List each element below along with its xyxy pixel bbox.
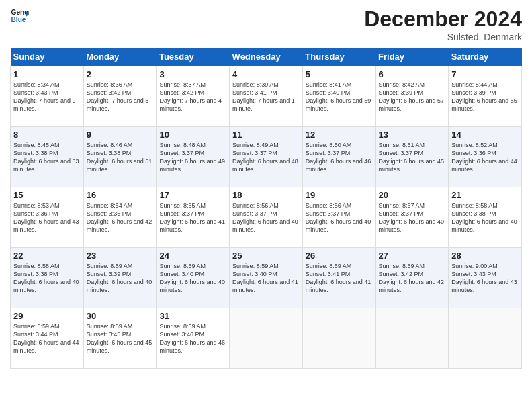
- day-number: 31: [159, 311, 226, 321]
- table-row: 2 Sunrise: 8:36 AMSunset: 3:42 PMDayligh…: [83, 66, 157, 127]
- cell-content: Sunrise: 8:56 AMSunset: 3:37 PMDaylight:…: [306, 201, 373, 234]
- col-tuesday: Tuesday: [157, 48, 230, 66]
- col-thursday: Thursday: [302, 48, 375, 66]
- table-row: [449, 308, 522, 369]
- header-row: Sunday Monday Tuesday Wednesday Thursday…: [11, 48, 522, 66]
- cell-content: Sunrise: 8:52 AMSunset: 3:36 PMDaylight:…: [451, 141, 519, 174]
- table-row: 14 Sunrise: 8:52 AMSunset: 3:36 PMDaylig…: [449, 127, 522, 187]
- day-number: 19: [306, 190, 373, 200]
- cell-content: Sunrise: 8:59 AMSunset: 3:39 PMDaylight:…: [87, 262, 154, 295]
- table-row: 12 Sunrise: 8:50 AMSunset: 3:37 PMDaylig…: [302, 127, 375, 187]
- cell-content: Sunrise: 8:48 AMSunset: 3:37 PMDaylight:…: [159, 141, 226, 174]
- table-row: 8 Sunrise: 8:45 AMSunset: 3:38 PMDayligh…: [11, 127, 84, 187]
- cell-content: Sunrise: 8:37 AMSunset: 3:42 PMDaylight:…: [159, 81, 226, 113]
- table-row: 16 Sunrise: 8:54 AMSunset: 3:36 PMDaylig…: [83, 187, 157, 248]
- table-row: 24 Sunrise: 8:59 AMSunset: 3:40 PMDaylig…: [157, 248, 230, 308]
- day-number: 24: [159, 250, 226, 261]
- day-number: 22: [13, 250, 81, 261]
- day-number: 29: [13, 311, 81, 321]
- table-row: [302, 308, 375, 369]
- day-number: 11: [232, 130, 300, 140]
- cell-content: Sunrise: 8:59 AMSunset: 3:45 PMDaylight:…: [87, 322, 154, 355]
- cell-content: Sunrise: 8:59 AMSunset: 3:40 PMDaylight:…: [159, 262, 226, 295]
- cell-content: Sunrise: 9:00 AMSunset: 3:43 PMDaylight:…: [451, 262, 519, 295]
- cell-content: Sunrise: 8:59 AMSunset: 3:44 PMDaylight:…: [13, 322, 81, 355]
- table-row: [230, 308, 303, 369]
- day-number: 4: [232, 69, 300, 79]
- day-number: 10: [159, 130, 226, 140]
- month-title: December 2024: [364, 7, 522, 32]
- cell-content: Sunrise: 8:58 AMSunset: 3:38 PMDaylight:…: [13, 262, 81, 295]
- header: General Blue December 2024 Sulsted, Denm…: [10, 7, 522, 42]
- table-row: 21 Sunrise: 8:58 AMSunset: 3:38 PMDaylig…: [449, 187, 522, 248]
- cell-content: Sunrise: 8:34 AMSunset: 3:43 PMDaylight:…: [13, 81, 81, 113]
- cell-content: Sunrise: 8:51 AMSunset: 3:37 PMDaylight:…: [379, 141, 446, 174]
- cell-content: Sunrise: 8:57 AMSunset: 3:37 PMDaylight:…: [379, 201, 446, 234]
- table-row: 10 Sunrise: 8:48 AMSunset: 3:37 PMDaylig…: [157, 127, 230, 187]
- day-number: 12: [306, 130, 373, 140]
- cell-content: Sunrise: 8:44 AMSunset: 3:39 PMDaylight:…: [451, 81, 519, 113]
- cell-content: Sunrise: 8:39 AMSunset: 3:41 PMDaylight:…: [232, 81, 300, 113]
- col-saturday: Saturday: [449, 48, 522, 66]
- table-row: 23 Sunrise: 8:59 AMSunset: 3:39 PMDaylig…: [83, 248, 157, 308]
- logo: General Blue: [10, 7, 29, 26]
- table-row: 1 Sunrise: 8:34 AMSunset: 3:43 PMDayligh…: [11, 66, 84, 127]
- day-number: 9: [87, 130, 154, 140]
- day-number: 17: [159, 190, 226, 200]
- page-container: General Blue December 2024 Sulsted, Denm…: [0, 0, 532, 375]
- table-row: 22 Sunrise: 8:58 AMSunset: 3:38 PMDaylig…: [11, 248, 84, 308]
- day-number: 15: [13, 190, 81, 200]
- day-number: 13: [379, 130, 446, 140]
- cell-content: Sunrise: 8:56 AMSunset: 3:37 PMDaylight:…: [232, 201, 300, 234]
- table-row: 15 Sunrise: 8:53 AMSunset: 3:36 PMDaylig…: [11, 187, 84, 248]
- day-number: 2: [87, 69, 154, 79]
- day-number: 30: [87, 311, 154, 321]
- cell-content: Sunrise: 8:45 AMSunset: 3:38 PMDaylight:…: [13, 141, 81, 174]
- day-number: 8: [13, 130, 81, 140]
- col-friday: Friday: [375, 48, 449, 66]
- day-number: 28: [451, 250, 519, 261]
- table-row: 27 Sunrise: 8:59 AMSunset: 3:42 PMDaylig…: [375, 248, 449, 308]
- day-number: 7: [451, 69, 519, 79]
- cell-content: Sunrise: 8:53 AMSunset: 3:36 PMDaylight:…: [13, 201, 81, 234]
- table-row: 3 Sunrise: 8:37 AMSunset: 3:42 PMDayligh…: [157, 66, 230, 127]
- cell-content: Sunrise: 8:36 AMSunset: 3:42 PMDaylight:…: [87, 81, 154, 113]
- table-row: 28 Sunrise: 9:00 AMSunset: 3:43 PMDaylig…: [449, 248, 522, 308]
- day-number: 21: [451, 190, 519, 200]
- table-row: 11 Sunrise: 8:49 AMSunset: 3:37 PMDaylig…: [230, 127, 303, 187]
- table-row: 4 Sunrise: 8:39 AMSunset: 3:41 PMDayligh…: [230, 66, 303, 127]
- table-row: 25 Sunrise: 8:59 AMSunset: 3:40 PMDaylig…: [230, 248, 303, 308]
- cell-content: Sunrise: 8:58 AMSunset: 3:38 PMDaylight:…: [451, 201, 519, 234]
- cell-content: Sunrise: 8:49 AMSunset: 3:37 PMDaylight:…: [232, 141, 300, 174]
- table-row: 5 Sunrise: 8:41 AMSunset: 3:40 PMDayligh…: [302, 66, 375, 127]
- table-row: 31 Sunrise: 8:59 AMSunset: 3:46 PMDaylig…: [157, 308, 230, 369]
- cell-content: Sunrise: 8:46 AMSunset: 3:38 PMDaylight:…: [87, 141, 154, 174]
- table-row: 30 Sunrise: 8:59 AMSunset: 3:45 PMDaylig…: [83, 308, 157, 369]
- table-row: 26 Sunrise: 8:59 AMSunset: 3:41 PMDaylig…: [302, 248, 375, 308]
- cell-content: Sunrise: 8:59 AMSunset: 3:42 PMDaylight:…: [379, 262, 446, 295]
- col-wednesday: Wednesday: [230, 48, 303, 66]
- day-number: 18: [232, 190, 300, 200]
- table-row: 18 Sunrise: 8:56 AMSunset: 3:37 PMDaylig…: [230, 187, 303, 248]
- calendar-table: Sunday Monday Tuesday Wednesday Thursday…: [10, 48, 522, 369]
- day-number: 14: [451, 130, 519, 140]
- day-number: 6: [379, 69, 446, 79]
- day-number: 27: [379, 250, 446, 261]
- day-number: 20: [379, 190, 446, 200]
- table-row: [375, 308, 449, 369]
- day-number: 25: [232, 250, 300, 261]
- col-sunday: Sunday: [11, 48, 84, 66]
- col-monday: Monday: [83, 48, 157, 66]
- day-number: 23: [87, 250, 154, 261]
- table-row: 7 Sunrise: 8:44 AMSunset: 3:39 PMDayligh…: [449, 66, 522, 127]
- cell-content: Sunrise: 8:59 AMSunset: 3:41 PMDaylight:…: [306, 262, 373, 295]
- logo-icon: General Blue: [10, 7, 29, 26]
- svg-text:Blue: Blue: [11, 16, 26, 24]
- table-row: 17 Sunrise: 8:55 AMSunset: 3:37 PMDaylig…: [157, 187, 230, 248]
- cell-content: Sunrise: 8:59 AMSunset: 3:40 PMDaylight:…: [232, 262, 300, 295]
- table-row: 29 Sunrise: 8:59 AMSunset: 3:44 PMDaylig…: [11, 308, 84, 369]
- cell-content: Sunrise: 8:54 AMSunset: 3:36 PMDaylight:…: [87, 201, 154, 234]
- day-number: 3: [159, 69, 226, 79]
- location: Sulsted, Denmark: [364, 32, 522, 42]
- title-block: December 2024 Sulsted, Denmark: [364, 7, 522, 42]
